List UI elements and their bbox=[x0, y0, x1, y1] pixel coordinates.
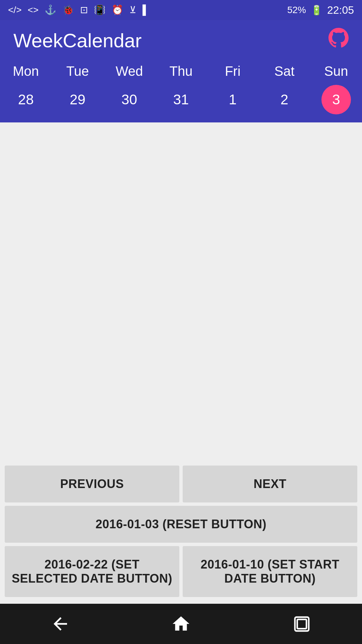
github-icon[interactable] bbox=[328, 28, 349, 53]
day-name-thu: Thu bbox=[170, 64, 193, 79]
day-col-sat[interactable]: Sat 2 bbox=[258, 60, 310, 119]
main-content: PREVIOUS NEXT 2016-01-03 (RESET BUTTON) … bbox=[0, 122, 362, 604]
next-button[interactable]: NEXT bbox=[183, 466, 357, 502]
cast-icon: ⊡ bbox=[80, 5, 88, 15]
day-col-sun[interactable]: Sun 3 bbox=[310, 60, 362, 119]
code-icon: </> bbox=[8, 5, 21, 15]
day-col-tue[interactable]: Tue 29 bbox=[52, 60, 103, 119]
buttons-area: PREVIOUS NEXT 2016-01-03 (RESET BUTTON) … bbox=[0, 462, 362, 604]
app-title: WeekCalendar bbox=[13, 29, 142, 52]
recents-button[interactable] bbox=[285, 610, 318, 637]
app-bar: WeekCalendar bbox=[0, 20, 362, 60]
alarm-icon: ⏰ bbox=[112, 5, 123, 15]
day-name-sat: Sat bbox=[275, 64, 295, 79]
set-start-date-button[interactable]: 2016-01-10 (SET START DATE BUTTON) bbox=[183, 546, 357, 597]
battery-percent: 52% bbox=[287, 5, 306, 15]
status-time: 22:05 bbox=[327, 4, 354, 16]
usb-icon: ⚓ bbox=[45, 5, 56, 15]
day-number-thu: 31 bbox=[166, 85, 196, 114]
battery-icon: 🔋 bbox=[311, 5, 322, 16]
day-number-tue: 29 bbox=[63, 85, 92, 114]
bottom-nav bbox=[0, 604, 362, 644]
calendar-body bbox=[0, 122, 362, 462]
day-number-fri: 1 bbox=[218, 85, 247, 114]
day-number-sat: 2 bbox=[270, 85, 299, 114]
day-name-sun: Sun bbox=[324, 64, 348, 79]
status-bar: </> <> ⚓ 🐞 ⊡ 📳 ⏰ ⊻ ▌ 52% 🔋 22:05 bbox=[0, 0, 362, 20]
previous-button[interactable]: PREVIOUS bbox=[5, 466, 179, 502]
day-name-tue: Tue bbox=[66, 64, 89, 79]
reset-button[interactable]: 2016-01-03 (RESET BUTTON) bbox=[5, 506, 357, 543]
reset-row: 2016-01-03 (RESET BUTTON) bbox=[5, 506, 357, 543]
vibrate-icon: 📳 bbox=[94, 5, 106, 15]
day-name-fri: Fri bbox=[225, 64, 241, 79]
set-selected-date-button[interactable]: 2016-02-22 (SET SELECTED DATE BUTTON) bbox=[5, 546, 179, 597]
status-icons-left: </> <> ⚓ 🐞 ⊡ 📳 ⏰ ⊻ ▌ bbox=[8, 5, 149, 15]
day-number-mon: 28 bbox=[11, 85, 41, 114]
code2-icon: <> bbox=[27, 5, 39, 15]
signal-icon: ▌ bbox=[142, 5, 149, 15]
day-name-wed: Wed bbox=[116, 64, 143, 79]
back-button[interactable] bbox=[44, 610, 77, 637]
status-right: 52% 🔋 22:05 bbox=[287, 4, 354, 16]
prev-next-row: PREVIOUS NEXT bbox=[5, 466, 357, 502]
day-col-wed[interactable]: Wed 30 bbox=[104, 60, 155, 119]
day-col-fri[interactable]: Fri 1 bbox=[207, 60, 258, 119]
svg-rect-1 bbox=[297, 619, 306, 629]
week-calendar-header: Mon 28 Tue 29 Wed 30 Thu 31 Fri 1 Sat 2 … bbox=[0, 60, 362, 122]
day-col-thu[interactable]: Thu 31 bbox=[155, 60, 207, 119]
day-col-mon[interactable]: Mon 28 bbox=[0, 60, 52, 119]
set-dates-row: 2016-02-22 (SET SELECTED DATE BUTTON) 20… bbox=[5, 546, 357, 597]
home-button[interactable] bbox=[164, 610, 198, 637]
bug-icon: 🐞 bbox=[62, 5, 74, 15]
day-number-sun: 3 bbox=[321, 85, 351, 114]
wifi-icon: ⊻ bbox=[129, 5, 136, 15]
day-name-mon: Mon bbox=[13, 64, 39, 79]
day-number-wed: 30 bbox=[115, 85, 144, 114]
